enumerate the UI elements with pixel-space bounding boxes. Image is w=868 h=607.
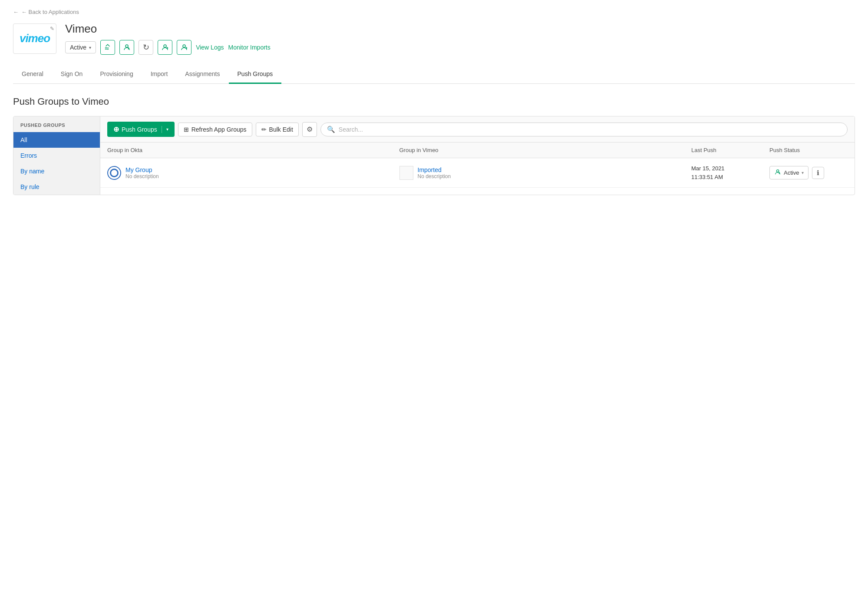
tab-provisioning[interactable]: Provisioning xyxy=(91,65,142,84)
tab-import[interactable]: Import xyxy=(142,65,177,84)
status-chevron-icon: ▾ xyxy=(802,170,804,175)
sidebar-item-by-rule[interactable]: By rule xyxy=(13,179,100,195)
refresh-app-groups-button[interactable]: ⊞ Refresh App Groups xyxy=(178,123,252,136)
sidebar-header: PUSHED GROUPS xyxy=(13,116,100,132)
vimeo-logo: vimeo xyxy=(20,32,50,45)
sidebar-item-all[interactable]: All xyxy=(13,132,100,148)
push-groups-chevron-icon: ▾ xyxy=(166,127,168,132)
group-okta-info: My Group No description xyxy=(125,166,159,179)
tab-sign-on[interactable]: Sign On xyxy=(52,65,92,84)
push-status-cell: Active ▾ ℹ xyxy=(769,166,848,179)
search-icon: 🔍 xyxy=(327,126,335,133)
table-header: Group in Okta Group in Vimeo Last Push P… xyxy=(100,143,855,158)
col-last-push: Last Push xyxy=(691,147,769,153)
group-okta-desc: No description xyxy=(125,173,159,179)
group-okta-cell: My Group No description xyxy=(107,166,399,180)
import-user-icon-btn[interactable] xyxy=(158,40,172,55)
table-body: My Group No description Imported No desc… xyxy=(100,158,855,188)
button-divider xyxy=(162,126,162,133)
main-panel: ⊕ Push Groups ▾ ⊞ Refresh App Groups ✏ B… xyxy=(100,116,855,195)
search-input[interactable] xyxy=(339,126,841,133)
group-vimeo-name: Imported xyxy=(418,166,451,173)
col-push-status: Push Status xyxy=(769,147,848,153)
svg-point-0 xyxy=(125,45,128,47)
status-chevron-icon: ▾ xyxy=(89,45,91,50)
status-label: Active xyxy=(70,44,86,51)
app-logo-box: ✎ vimeo xyxy=(13,23,56,54)
col-group-okta: Group in Okta xyxy=(107,147,399,153)
sidebar-item-by-name[interactable]: By name xyxy=(13,163,100,179)
tab-push-groups[interactable]: Push Groups xyxy=(229,65,282,84)
refresh-app-groups-label: Refresh App Groups xyxy=(191,126,247,133)
app-name: Vimeo xyxy=(65,22,271,36)
plus-icon: ⊕ xyxy=(113,125,119,133)
app-header: ✎ vimeo Vimeo Active ▾ xyxy=(13,22,855,55)
bulk-edit-button[interactable]: ✏ Bulk Edit xyxy=(256,123,299,136)
gear-icon: ⚙ xyxy=(307,125,313,133)
monitor-imports-link[interactable]: Monitor Imports xyxy=(228,44,270,51)
col-group-vimeo: Group in Vimeo xyxy=(399,147,692,153)
main-toolbar: ⊕ Push Groups ▾ ⊞ Refresh App Groups ✏ B… xyxy=(100,116,855,143)
back-arrow-icon: ← xyxy=(13,9,19,15)
last-push-date: Mar 15, 2021 xyxy=(691,164,769,173)
status-dropdown[interactable]: Active ▾ xyxy=(65,41,96,53)
tab-assignments[interactable]: Assignments xyxy=(176,65,228,84)
group-vimeo-desc: No description xyxy=(418,173,451,179)
sidebar-panel: PUSHED GROUPS All Errors By name By rule xyxy=(13,116,100,195)
push-groups-button[interactable]: ⊕ Push Groups ▾ xyxy=(107,122,175,137)
svg-point-4 xyxy=(183,45,185,47)
pencil-icon: ✏ xyxy=(261,126,267,133)
app-title-section: Vimeo Active ▾ xyxy=(65,22,271,55)
status-user-icon xyxy=(774,169,781,177)
group-vimeo-cell: Imported No description xyxy=(399,166,692,180)
svg-point-1 xyxy=(164,45,166,47)
tab-general[interactable]: General xyxy=(13,65,52,84)
grid-icon: ⊞ xyxy=(184,126,189,133)
bulk-edit-label: Bulk Edit xyxy=(269,126,293,133)
group-circle-inner xyxy=(110,169,119,177)
search-box: 🔍 xyxy=(320,123,848,136)
table-row: My Group No description Imported No desc… xyxy=(100,158,855,188)
push-groups-container: PUSHED GROUPS All Errors By name By rule… xyxy=(13,116,855,195)
settings-gear-button[interactable]: ⚙ xyxy=(302,122,317,137)
handshake-icon-btn[interactable] xyxy=(100,40,115,55)
group-okta-name[interactable]: My Group xyxy=(125,166,159,173)
refresh-icon-btn[interactable]: ↻ xyxy=(139,40,153,55)
push-groups-button-label: Push Groups xyxy=(122,126,157,133)
edit-logo-icon[interactable]: ✎ xyxy=(50,26,54,32)
page-title: Push Groups to Vimeo xyxy=(13,96,855,107)
view-logs-link[interactable]: View Logs xyxy=(196,44,224,51)
group-vimeo-info: Imported No description xyxy=(418,166,451,179)
info-button[interactable]: ℹ xyxy=(812,167,824,179)
push-user-icon-btn[interactable] xyxy=(177,40,191,55)
status-text: Active xyxy=(784,169,799,176)
last-push-cell: Mar 15, 2021 11:33:51 AM xyxy=(691,164,769,181)
back-link-text: ← Back to Applications xyxy=(21,9,79,15)
group-circle-icon xyxy=(107,166,121,180)
info-icon: ℹ xyxy=(817,169,819,177)
sidebar-item-errors[interactable]: Errors xyxy=(13,148,100,163)
last-push-time: 11:33:51 AM xyxy=(691,173,769,182)
provision-user-icon-btn[interactable] xyxy=(119,40,134,55)
imported-icon-box xyxy=(399,166,413,180)
back-to-applications-link[interactable]: ← ← Back to Applications xyxy=(13,9,855,15)
push-status-dropdown[interactable]: Active ▾ xyxy=(769,166,809,179)
tabs-nav: General Sign On Provisioning Import Assi… xyxy=(13,65,855,84)
svg-point-7 xyxy=(776,170,779,172)
app-controls: Active ▾ xyxy=(65,40,271,55)
